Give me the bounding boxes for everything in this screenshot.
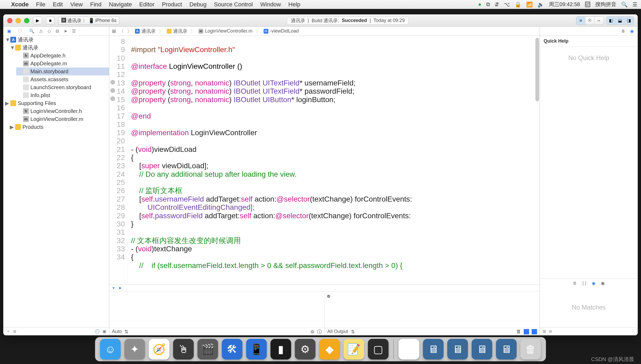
filter-icon[interactable]: ⊚ (310, 329, 314, 335)
menu-source-control[interactable]: Source Control (214, 1, 253, 8)
zoom-button[interactable] (24, 18, 29, 23)
file-row[interactable]: hLoginViewController.h (16, 107, 109, 115)
forward-button[interactable]: 〉 (127, 28, 132, 34)
dock-app-terminal[interactable]: ▮ (270, 339, 291, 360)
toggle-debug-button[interactable]: ⬓ (616, 17, 625, 25)
show-vars-button[interactable] (524, 329, 529, 334)
file-row[interactable]: hAppDelegate.h (16, 52, 109, 60)
dock-app-player[interactable]: ▶ (399, 339, 419, 360)
file-row[interactable]: Main.storyboard (16, 67, 109, 75)
crumb-3[interactable]: LoginViewController.m (205, 28, 252, 34)
line-gutter[interactable]: 8910111213141516171819202122232425262728… (109, 36, 128, 284)
toggle-view-icon[interactable]: ▾ (112, 285, 115, 290)
status-volume-icon[interactable]: 🔈 (538, 1, 544, 8)
status-bluetooth-icon[interactable]: ⌥ (504, 1, 510, 8)
status-clock[interactable]: 周三09:42:58 (549, 1, 580, 8)
breakpoint-toggle-icon[interactable]: ➤ (118, 285, 122, 290)
crumb-4[interactable]: -viewDidLoad (270, 28, 299, 34)
project-navigator-icon[interactable]: ▣ (7, 29, 11, 34)
show-console-button[interactable] (532, 329, 537, 334)
status-lock-icon[interactable]: 🔒 (515, 1, 521, 8)
status-ime-icon[interactable]: S (585, 1, 590, 7)
breakpoint-indicator[interactable] (110, 96, 115, 101)
dock-app-finder[interactable]: ☺ (100, 339, 121, 360)
file-row[interactable]: LaunchScreen.storyboard (16, 83, 109, 91)
dock-app-app[interactable]: ▢ (368, 339, 389, 360)
code-editor[interactable]: 8910111213141516171819202122232425262728… (109, 36, 540, 284)
console-pane[interactable]: ⊚ All Output⇅ 🗑 (325, 292, 540, 335)
project-root[interactable]: ▼A通讯录 (3, 36, 109, 44)
menu-window[interactable]: Window (260, 1, 281, 8)
dock-app-safari[interactable]: 🧭 (149, 339, 169, 360)
crumb-1[interactable]: 通讯录 (141, 28, 156, 34)
file-row[interactable]: mLoginViewController.m (16, 115, 109, 123)
menu-debug[interactable]: Debug (189, 1, 207, 8)
version-editor-button[interactable]: ↔ (594, 17, 603, 25)
report-navigator-icon[interactable]: ☰ (72, 29, 76, 34)
variables-scope[interactable]: Auto (112, 329, 122, 334)
related-items-icon[interactable]: ⊞ (112, 28, 116, 34)
run-button[interactable]: ▶ (33, 17, 42, 25)
menu-navigate[interactable]: Navigate (109, 1, 132, 8)
clear-console-icon[interactable]: 🗑 (516, 329, 521, 334)
breakpoint-navigator-icon[interactable]: ➤ (64, 29, 67, 34)
minimize-button[interactable] (16, 18, 21, 23)
editor-scrollbar[interactable] (535, 38, 539, 101)
dock-app-launchpad[interactable]: ✦ (124, 339, 145, 360)
dock-app-imovie[interactable]: 🎬 (197, 339, 218, 360)
code-content[interactable]: #import "LoginViewController.h" @interfa… (128, 36, 540, 284)
quick-help-icon[interactable]: ◉ (630, 29, 634, 34)
dock-app-vm1[interactable]: 🖥 (423, 339, 444, 360)
menu-product[interactable]: Product (162, 1, 182, 8)
dock-app-vm3[interactable]: 🖥 (472, 339, 492, 360)
file-template-icon[interactable]: 🗎 (573, 281, 577, 286)
crumb-2[interactable]: 通讯录 (173, 28, 187, 34)
console-scope[interactable]: All Output (327, 329, 348, 334)
spotlight-icon[interactable]: 🔍 (621, 1, 628, 8)
status-updown-icon[interactable]: ⇵ (495, 1, 499, 8)
status-wifi-icon[interactable]: 📶 (526, 1, 533, 8)
standard-editor-button[interactable]: ≡ (576, 17, 585, 25)
status-screen-icon[interactable]: ⧉ (486, 1, 490, 7)
object-library-icon[interactable]: ◉ (592, 281, 595, 286)
dock-app-mouse[interactable]: 🖱 (173, 339, 194, 360)
breakpoint-indicator[interactable] (110, 88, 115, 93)
dock-app-vm2[interactable]: 🖥 (447, 339, 468, 360)
file-inspector-icon[interactable]: 🗎 (621, 29, 625, 34)
dock-app-vm4[interactable]: 🖥 (496, 339, 517, 360)
menu-editor[interactable]: Editor (139, 1, 154, 8)
group-main[interactable]: ▼通讯录 (3, 44, 109, 52)
issue-navigator-icon[interactable]: ⚠ (39, 29, 43, 34)
status-ime[interactable]: 搜狗拼音 (595, 1, 616, 8)
recent-icon[interactable]: 🕘 (94, 329, 100, 334)
toggle-inspector-button[interactable]: ◨ (625, 17, 634, 25)
group-supporting[interactable]: ▶Supporting Files (3, 99, 109, 107)
dock-app-xcode[interactable]: 🛠 (222, 339, 242, 360)
dock-app-settings[interactable]: ⚙ (295, 339, 315, 360)
dock-app-trash[interactable]: 🗑 (520, 339, 541, 360)
menu-view[interactable]: View (70, 1, 83, 8)
dock-app-sketch[interactable]: ◆ (319, 339, 340, 360)
file-row[interactable]: Assets.xcassets (16, 75, 109, 83)
assistant-editor-button[interactable]: ☉ (585, 17, 594, 25)
breakpoint-indicator[interactable] (110, 80, 115, 85)
menu-find[interactable]: Find (90, 1, 102, 8)
filter-icon[interactable]: ⊚ (13, 329, 16, 334)
info-icon[interactable]: ⓘ (317, 329, 322, 335)
dock-app-notes[interactable]: 📝 (344, 339, 364, 360)
find-navigator-icon[interactable]: 🔍 (29, 29, 34, 34)
file-row[interactable]: mAppDelegate.m (16, 60, 109, 67)
media-library-icon[interactable]: ▣ (601, 281, 605, 286)
stop-button[interactable]: ■ (46, 17, 55, 25)
debug-navigator-icon[interactable]: ⊟ (56, 29, 59, 34)
grid-icon[interactable]: ⊞ (543, 329, 546, 334)
scheme-selector[interactable]: 🅰 通讯录 〉 📱 iPhone 6s (58, 17, 119, 25)
back-button[interactable]: 〈 (119, 28, 124, 34)
close-button[interactable] (7, 18, 12, 23)
app-menu[interactable]: Xcode (11, 1, 29, 8)
jump-bar[interactable]: ⊞ 〈 〉 A通讯录〉 通讯录〉 mLoginViewController.m〉… (109, 27, 540, 36)
filter-icon[interactable]: ⊚ (549, 329, 552, 334)
toggle-navigator-button[interactable]: ◧ (607, 17, 616, 25)
group-products[interactable]: ▶Products (3, 123, 109, 131)
variables-pane[interactable]: Auto⇅ ⊚ ⓘ (109, 292, 325, 335)
